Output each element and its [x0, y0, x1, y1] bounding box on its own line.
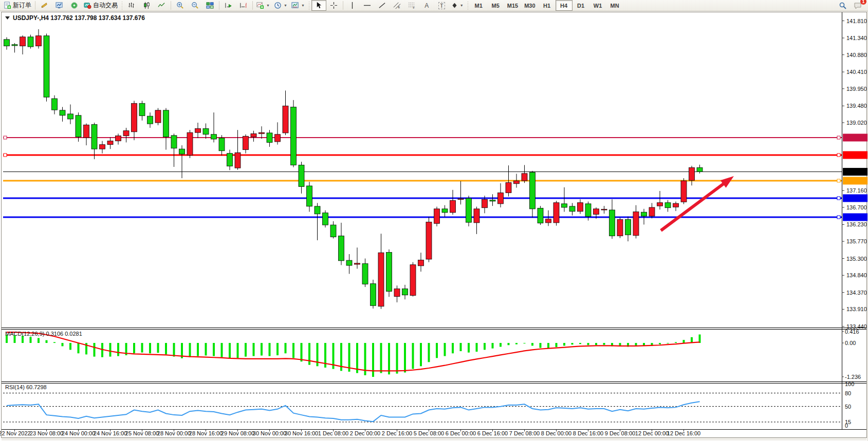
candle-body [386, 252, 392, 291]
profile-button[interactable] [52, 0, 67, 11]
candle-body [36, 36, 42, 46]
price-tick-label: 136.700 [846, 204, 867, 210]
templates-button[interactable]: ▼ [289, 0, 307, 11]
zoom-in-icon [176, 2, 184, 9]
fibonacci-icon: F [408, 2, 416, 9]
indicators-button[interactable]: ▼ [254, 0, 272, 11]
tile-windows-button[interactable] [202, 0, 217, 11]
fibonacci-tool-button[interactable]: F [404, 0, 419, 11]
candle-body [633, 212, 639, 236]
label-tool-button[interactable]: T [434, 0, 449, 11]
candle-body [610, 210, 615, 236]
price-tick-label: 135.300 [846, 256, 867, 262]
template-icon [291, 2, 299, 9]
channel-tool-button[interactable]: E [390, 0, 404, 11]
macd-tick-label: 0.00 [845, 340, 856, 346]
candle-body [442, 209, 448, 213]
toolbar-grip[interactable] [467, 2, 469, 10]
timeframe-m1[interactable]: M1 [470, 0, 487, 11]
price-badge [843, 194, 867, 202]
bar-chart-icon [128, 2, 136, 9]
candle-body [171, 136, 177, 148]
clock-icon [274, 2, 282, 9]
candle-body [155, 110, 161, 123]
candle-body [394, 289, 400, 297]
macd-tick-label: -1.236 [845, 374, 861, 380]
new-order-icon [4, 2, 11, 9]
chart-canvas[interactable]: 141.810141.340140.880140.410139.950139.4… [0, 0, 868, 441]
candle-body [60, 110, 65, 116]
candle-body [107, 141, 113, 145]
candle-body [530, 172, 535, 209]
candle-body [553, 203, 559, 223]
chevron-down-icon[interactable]: ▼ [266, 4, 270, 7]
text-tool-button[interactable]: A [419, 0, 434, 11]
time-tick-label: 30 Nov 00:00 [253, 430, 286, 436]
candle-body [100, 145, 105, 149]
candle-body [506, 183, 511, 193]
trendline-tool-button[interactable] [375, 0, 390, 11]
cursor-tool-button[interactable] [311, 0, 326, 11]
toolbar-grip[interactable] [308, 2, 310, 10]
autotrading-icon [84, 2, 91, 9]
candle-body [458, 199, 464, 200]
toolbar-grip[interactable] [121, 2, 123, 10]
candle-body [44, 36, 49, 97]
timeframe-m5[interactable]: M5 [487, 0, 504, 11]
bar-chart-button[interactable] [124, 0, 139, 11]
price-tick-label: 135.770 [846, 238, 867, 244]
timeframe-w1[interactable]: W1 [589, 0, 606, 11]
candle-body [378, 253, 384, 306]
time-tick-label: 8 Dec 16:00 [573, 430, 603, 436]
chevron-down-icon[interactable]: ▼ [460, 4, 464, 7]
candle-body [132, 103, 137, 131]
candle-body [116, 136, 121, 141]
chevron-down-icon[interactable]: ▼ [301, 4, 305, 7]
auto-scroll-icon [225, 2, 232, 9]
candle-body [474, 209, 479, 223]
candle-body [76, 116, 81, 137]
candle-body [466, 198, 472, 222]
candle-body [569, 206, 575, 212]
zoom-out-button[interactable] [188, 0, 202, 11]
auto-scroll-button[interactable] [221, 0, 236, 11]
window-bottom-strip [2, 438, 866, 440]
timeframe-mn[interactable]: MN [606, 0, 623, 11]
candle-body [179, 149, 185, 154]
timeframe-m30[interactable]: M30 [521, 0, 538, 11]
price-tick-label: 136.230 [846, 221, 867, 227]
price-badge [843, 151, 867, 159]
time-tick-label: 2 Dec 00:00 [350, 430, 380, 436]
timeframe-d1[interactable]: D1 [572, 0, 589, 11]
time-tick-label: 23 Nov 08:00 [30, 430, 63, 436]
zoom-in-button[interactable] [173, 0, 188, 11]
toolbar-separator [252, 1, 253, 10]
horizontal-line-tool-button[interactable] [360, 0, 375, 11]
timeframe-m15[interactable]: M15 [504, 0, 521, 11]
price-badge-bg [843, 151, 867, 159]
market-watch-button[interactable] [67, 0, 82, 11]
candle-body [203, 128, 209, 134]
autotrading-button[interactable]: 自动交易 [82, 0, 120, 11]
candle-body [251, 133, 256, 137]
crosshair-tool-button[interactable] [326, 0, 341, 11]
chevron-down-icon[interactable]: ▼ [284, 4, 287, 7]
text-tool-icon: A [424, 2, 429, 9]
periods-button[interactable]: ▼ [272, 0, 289, 11]
candlestick-button[interactable] [139, 0, 154, 11]
line-chart-button[interactable] [154, 0, 169, 11]
new-order-button[interactable]: 新订单 [2, 0, 33, 11]
candle-body [299, 165, 304, 186]
signals-button[interactable] [37, 0, 52, 11]
shapes-tool-button[interactable]: ▼ [449, 0, 466, 11]
chart-shift-button[interactable] [236, 0, 251, 11]
candle-body [625, 219, 631, 235]
price-badge-bg [843, 177, 867, 184]
search-button[interactable] [835, 0, 850, 11]
timeframe-h4[interactable]: H4 [556, 0, 572, 11]
vertical-line-tool-button[interactable] [345, 0, 360, 11]
notifications-button[interactable]: 1 [850, 0, 865, 11]
timeframe-h1[interactable]: H1 [539, 0, 556, 11]
news-globe-icon [70, 2, 78, 9]
price-badge [843, 168, 867, 176]
